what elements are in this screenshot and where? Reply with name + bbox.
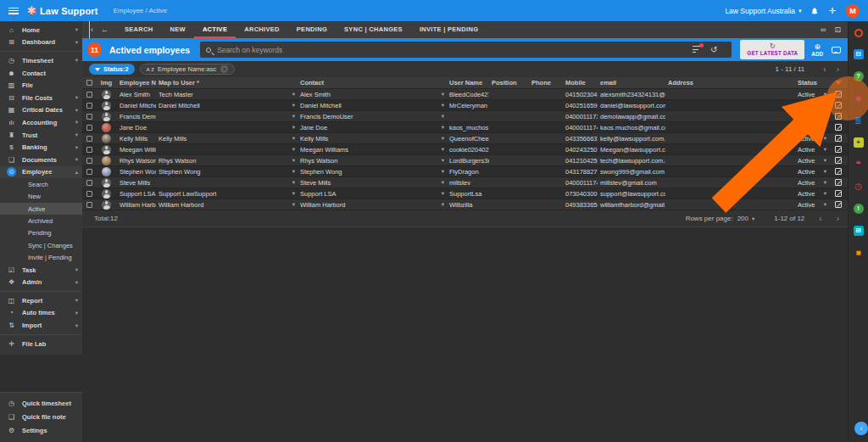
alert-icon[interactable]: ! <box>854 204 864 214</box>
table-row[interactable]: Kelly Mills Kelly Mills▾ Kelly Mills▾ Qu… <box>82 133 848 144</box>
sidebar-item-employee-archived[interactable]: Archived <box>0 215 82 227</box>
sidebar-item-quick-timesheet[interactable]: ◷ Quick timesheet <box>0 396 82 410</box>
table-row[interactable]: Francis DemoUser ▾ Francis DemoUser▾ 040… <box>82 111 848 122</box>
status-cell[interactable]: Active▾ <box>795 133 829 143</box>
sidebar-item-accounting[interactable]: ılı Accounting ▾ <box>0 116 82 129</box>
contact-cell[interactable]: Kelly Mills▾ <box>298 133 447 143</box>
sidebar-item-contact[interactable]: ☻ Contact <box>0 67 82 80</box>
add-button[interactable]: ⊕ ADD <box>811 43 823 57</box>
status-cell[interactable]: Active▾ <box>795 177 829 187</box>
sidebar-item-quick-file-note[interactable]: ❏ Quick file note <box>0 410 82 423</box>
status-cell[interactable]: Active▾ <box>795 199 829 210</box>
map-to-user-cell[interactable]: ▾ <box>156 144 298 154</box>
row-checkbox[interactable] <box>82 155 96 165</box>
header-filter-icon[interactable] <box>829 77 848 88</box>
table-row[interactable]: Jane Doe ▾ Jane Doe▾ kaos_muchos 0400011… <box>82 122 848 133</box>
status-cell[interactable]: Active▾ <box>795 188 829 199</box>
edit-button[interactable] <box>829 155 848 165</box>
status-filter-chip[interactable]: Status:2 <box>89 64 135 75</box>
keyword-search-input[interactable]: Search on keywords ↺ <box>200 42 732 58</box>
contact-cell[interactable]: Support LSA▾ <box>298 188 447 199</box>
sidebar-item-file[interactable]: ▥ File <box>0 79 82 92</box>
edit-button[interactable] <box>829 100 848 110</box>
sidebar-item-auto-times[interactable]: ◔ Auto times ▾ <box>0 307 82 320</box>
user-avatar[interactable]: M <box>846 4 860 18</box>
col-contact[interactable]: Contact <box>298 77 447 88</box>
col-email[interactable]: email <box>598 77 665 88</box>
contact-cell[interactable]: Daniel Mitchell▾ <box>298 100 447 110</box>
sidebar-item-employee-active[interactable]: Active <box>0 203 82 215</box>
table-row[interactable]: Alex Smith Tech Master▾ Alex Smith▾ Blee… <box>82 89 848 100</box>
edit-button[interactable] <box>829 199 848 210</box>
row-checkbox[interactable] <box>82 89 96 99</box>
contact-cell[interactable]: William Harbord▾ <box>298 199 447 210</box>
select-all-checkbox[interactable] <box>82 77 96 88</box>
tab-pending[interactable]: PENDING <box>288 21 336 38</box>
col-user-name[interactable]: User Name <box>447 77 489 88</box>
map-to-user-cell[interactable]: Rhys Watson▾ <box>156 155 298 165</box>
tab-archived[interactable]: ARCHIVED <box>236 21 288 38</box>
col-status[interactable]: Status <box>795 77 829 88</box>
close-icon[interactable]: × <box>220 65 228 73</box>
map-to-user-cell[interactable]: Support LawSupport▾ <box>156 188 298 199</box>
hamburger-menu-icon[interactable] <box>8 8 19 14</box>
row-checkbox[interactable] <box>82 199 96 210</box>
contact-cell[interactable]: Francis DemoUser▾ <box>298 111 447 121</box>
contact-cell[interactable]: Stephen Wong▾ <box>298 166 447 176</box>
row-checkbox[interactable] <box>82 100 96 110</box>
get-latest-data-button[interactable]: ↻ GET LATEST DATA <box>740 40 804 59</box>
map-to-user-cell[interactable]: ▾ <box>156 122 298 132</box>
sidebar-item-timesheet[interactable]: ◷ Timesheet ▾ <box>0 54 82 67</box>
tab-sync-changes[interactable]: SYNC | CHANGES <box>336 21 411 38</box>
row-checkbox[interactable] <box>82 166 96 176</box>
org-selector[interactable]: Law Support Australia <box>725 7 795 15</box>
map-to-user-cell[interactable]: ▾ <box>156 111 298 121</box>
tab-new[interactable]: NEW <box>161 21 193 38</box>
edit-button[interactable] <box>829 122 848 132</box>
map-to-user-cell[interactable]: William Harbord▾ <box>156 199 298 210</box>
tab-search[interactable]: SEARCH <box>116 21 161 38</box>
status-cell[interactable]: Active▾ <box>795 100 829 110</box>
back-arrow-icon[interactable]: ← <box>101 21 108 38</box>
chevron-down-icon[interactable]: ▾ <box>798 8 802 14</box>
sidebar-item-documents[interactable]: ❏ Documents ▾ <box>0 154 82 166</box>
col-map-to-user[interactable]: Map to User * <box>156 77 298 88</box>
edit-button[interactable] <box>829 111 848 121</box>
sidebar-item-report[interactable]: ◫ Report ▾ <box>0 294 82 307</box>
status-cell[interactable]: Active▾ <box>795 166 829 176</box>
calendar-icon[interactable]: ⊟ <box>854 49 864 59</box>
chat-icon[interactable]: ❝ <box>854 159 864 170</box>
filter-lines-icon[interactable]: ≣ <box>854 115 864 126</box>
clock-icon[interactable]: ◷ <box>854 182 864 192</box>
sort-chip[interactable]: A Z Employee Name:asc × <box>140 64 236 75</box>
sidebar-item-task[interactable]: ☑ Task ▾ <box>0 264 82 277</box>
sidebar-item-admin[interactable]: ❖ Admin ▾ <box>0 276 82 288</box>
contact-cell[interactable]: Steve Mills▾ <box>298 177 447 187</box>
collapse-panel-button[interactable]: ‹ <box>854 422 868 435</box>
table-row[interactable]: Meegan Williams ▾ Meegan Williams▾ cooki… <box>82 144 848 155</box>
status-cell[interactable]: Active▾ <box>795 122 829 132</box>
table-row[interactable]: Daniel Mitchell Daniel Mitchell▾ Daniel … <box>82 100 848 111</box>
help-icon[interactable]: ? <box>854 71 864 81</box>
row-checkbox[interactable] <box>82 122 96 132</box>
row-checkbox[interactable] <box>82 177 96 187</box>
contact-cell[interactable]: Jane Doe▾ <box>298 122 447 132</box>
col-mobile[interactable]: Mobile <box>563 77 598 88</box>
status-cell[interactable]: Active▾ <box>795 89 829 99</box>
table-row[interactable]: Rhys Watson Rhys Watson▾ Rhys Watson▾ Lo… <box>82 155 848 166</box>
status-cell[interactable]: Active▾ <box>795 144 829 154</box>
map-to-user-cell[interactable]: Stephen Wong▾ <box>156 166 298 176</box>
contact-cell[interactable]: Rhys Watson▾ <box>298 155 447 165</box>
col-img[interactable]: Img <box>96 77 117 88</box>
feedback-chat-icon[interactable] <box>832 47 841 53</box>
row-checkbox[interactable] <box>82 144 96 154</box>
first-page-icon[interactable]: ‹ <box>89 21 93 38</box>
sidebar-item-dashboard[interactable]: ⊞ Dashboard ▾ <box>0 36 82 49</box>
sidebar-item-trust[interactable]: ♜ Trust ▾ <box>0 129 82 142</box>
prev-page-button[interactable]: ‹ <box>819 215 821 223</box>
next-page-button[interactable]: › <box>837 65 839 74</box>
sidebar-item-employee[interactable]: ☺ Employee ▴ <box>0 166 82 179</box>
edit-button[interactable] <box>829 133 848 143</box>
edit-button[interactable] <box>829 144 848 154</box>
add-note-icon[interactable]: + <box>854 137 864 148</box>
